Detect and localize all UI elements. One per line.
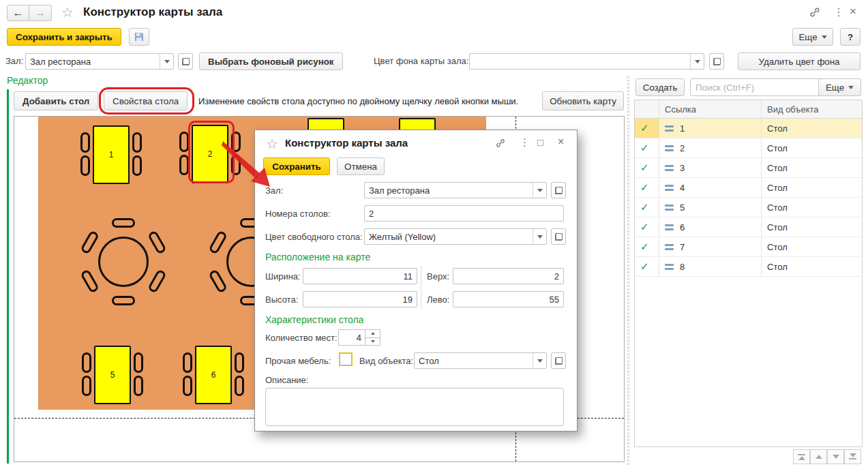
save-icon-button[interactable] — [129, 28, 149, 46]
dialog-title: Конструктор карты зала — [285, 137, 408, 149]
search-input[interactable] — [690, 78, 822, 96]
dropdown-arrow-icon[interactable] — [533, 183, 546, 198]
back-button[interactable]: ← — [7, 5, 29, 21]
maximize-icon[interactable]: □ — [537, 136, 543, 148]
dropdown-arrow-icon[interactable] — [533, 353, 546, 368]
page-title: Конструктор карты зала — [83, 5, 222, 19]
link-icon[interactable] — [495, 138, 506, 149]
hall-dropdown-arrow[interactable] — [160, 54, 173, 69]
more-button-panel[interactable]: Еще — [818, 78, 861, 96]
table-row[interactable]: ✓ 5 Стол — [635, 198, 862, 217]
dlg-numbers-value: 2 — [369, 209, 374, 219]
hall-pick-button[interactable] — [178, 53, 193, 70]
table-row[interactable]: ✓ 6 Стол — [635, 217, 862, 237]
dropdown-arrow-icon[interactable] — [533, 229, 546, 244]
dlg-color-value: Желтый (Yellow) — [365, 232, 533, 242]
add-table-button[interactable]: Добавить стол — [14, 91, 98, 110]
favorite-star-icon[interactable]: ☆ — [266, 136, 278, 152]
chair-icon — [132, 132, 142, 153]
table-number: 5 — [110, 370, 115, 380]
dlg-hall-select[interactable]: Зал ресторана — [364, 182, 547, 198]
move-down-button[interactable] — [827, 449, 844, 464]
close-dialog-icon[interactable]: × — [558, 136, 564, 148]
table-row[interactable]: ✓ 4 Стол — [635, 178, 862, 198]
kind-column-header[interactable]: Вид объекта — [762, 100, 862, 118]
dlg-width-input[interactable]: 11 — [303, 268, 417, 284]
save-and-close-button[interactable]: Сохранить и закрыть — [7, 28, 121, 46]
map-table-2[interactable]: 2 — [179, 125, 241, 183]
map-table-6[interactable]: 6 — [183, 346, 244, 404]
dlg-width-label: Ширина: — [265, 271, 301, 282]
delete-bg-color-button[interactable]: Удалить цвет фона — [738, 52, 860, 70]
move-top-button[interactable] — [793, 449, 810, 464]
move-bottom-button[interactable] — [844, 449, 861, 464]
dlg-seats-label: Количество мест: — [265, 333, 338, 343]
link-icon[interactable] — [809, 6, 821, 18]
dlg-color-pick-button[interactable] — [551, 228, 566, 245]
dlg-kind-pick-button[interactable] — [551, 352, 566, 369]
close-window-icon[interactable]: × — [850, 5, 856, 18]
dlg-top-input[interactable]: 2 — [453, 268, 564, 284]
status-column-header[interactable] — [635, 100, 659, 118]
table-row[interactable]: ✓ 1 Стол — [635, 119, 862, 138]
create-button[interactable]: Создать — [635, 78, 685, 96]
posted-check-icon: ✓ — [640, 241, 649, 253]
hall-select[interactable]: Зал ресторана — [25, 53, 174, 70]
panel-splitter[interactable] — [627, 76, 629, 465]
map-table-1[interactable]: 1 — [80, 125, 142, 184]
hall-value: Зал ресторана — [26, 57, 160, 67]
more-label: Еще — [798, 32, 817, 42]
move-up-button[interactable] — [810, 449, 827, 464]
table-row[interactable]: ✓ 3 Стол — [635, 158, 862, 178]
chair-icon — [80, 155, 90, 176]
move-bottom-icon — [850, 453, 856, 457]
more-button-top[interactable]: Еще — [792, 28, 833, 46]
table-row[interactable]: ✓ 7 Стол — [635, 237, 862, 257]
floppy-icon — [134, 31, 145, 42]
dlg-hall-pick-button[interactable] — [551, 182, 566, 198]
kebab-menu-icon[interactable]: ⋮ — [833, 5, 844, 18]
dlg-other-checkbox[interactable] — [340, 353, 352, 365]
favorite-star-icon[interactable]: ☆ — [61, 4, 74, 20]
dlg-top-value: 2 — [554, 271, 559, 282]
map-table-5[interactable]: 5 — [82, 346, 143, 404]
search-box: × — [690, 78, 813, 96]
choose-background-button[interactable]: Выбрать фоновый рисунок — [199, 52, 343, 70]
dlg-kind-select[interactable]: Стол — [414, 352, 547, 369]
bg-color-pick-button[interactable] — [709, 53, 724, 70]
dlg-description-textarea[interactable] — [265, 388, 564, 426]
posted-check-icon: ✓ — [640, 181, 649, 194]
catalog-item-icon — [665, 125, 674, 132]
catalog-item-icon — [665, 165, 674, 171]
dlg-color-select[interactable]: Желтый (Yellow) — [364, 228, 547, 245]
move-down-icon — [833, 455, 839, 459]
chevron-down-icon — [848, 86, 854, 89]
stepper-down-icon[interactable] — [365, 338, 380, 346]
bg-color-select[interactable] — [469, 53, 704, 70]
table-row[interactable]: ✓ 8 Стол — [635, 257, 862, 277]
dlg-left-input[interactable]: 55 — [453, 291, 564, 307]
refresh-map-button[interactable]: Обновить карту — [542, 91, 624, 110]
dlg-seats-stepper[interactable]: 4 — [338, 329, 380, 346]
posted-check-icon: ✓ — [640, 162, 649, 174]
table-row[interactable]: ✓ 2 Стол — [635, 138, 862, 158]
forward-button[interactable]: → — [29, 5, 52, 21]
bg-color-dropdown-arrow[interactable] — [690, 54, 704, 69]
dialog-save-button[interactable]: Сохранить — [263, 157, 330, 175]
move-up-icon — [815, 455, 822, 459]
dlg-hall-value: Зал ресторана — [365, 185, 533, 196]
kebab-menu-icon[interactable]: ⋮ — [520, 136, 530, 149]
help-button[interactable]: ? — [840, 28, 860, 46]
chair-icon — [235, 376, 244, 396]
select-icon — [555, 357, 563, 365]
catalog-item-icon — [665, 145, 674, 151]
dlg-numbers-input[interactable]: 2 — [364, 205, 564, 222]
chair-icon — [80, 132, 90, 153]
select-icon — [555, 187, 563, 194]
dialog-cancel-button[interactable]: Отмена — [337, 157, 385, 175]
table-properties-button[interactable]: Свойства стола — [104, 91, 188, 110]
dlg-height-input[interactable]: 19 — [303, 291, 417, 307]
stepper-up-icon[interactable] — [365, 330, 380, 338]
dlg-height-value: 19 — [403, 294, 413, 305]
ref-column-header[interactable]: Ссылка — [659, 100, 762, 118]
